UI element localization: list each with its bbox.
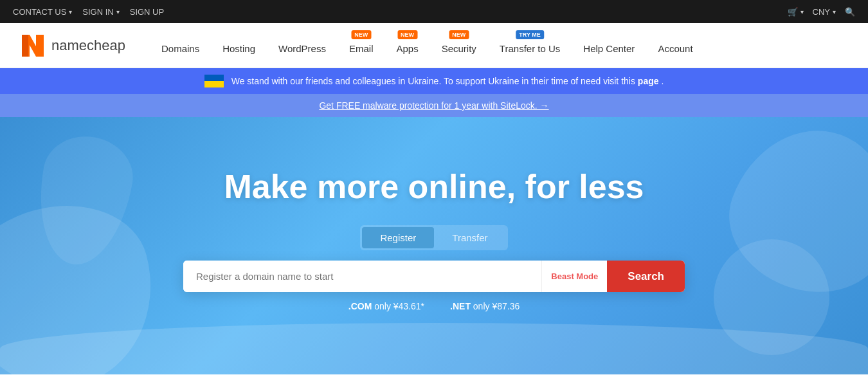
logo-icon [19, 32, 46, 59]
domain-prices: .COM only ¥43.61* .NET only ¥87.36 [348, 301, 520, 311]
svg-marker-1 [22, 35, 28, 57]
promo-link[interactable]: Get FREE malware protection for 1 year w… [319, 100, 548, 111]
transfer-tab[interactable]: Transfer [434, 227, 505, 248]
ukraine-page-link[interactable]: page [638, 76, 659, 86]
signin-chevron-icon: ▾ [116, 8, 120, 15]
flag-bottom [204, 81, 224, 87]
nav-item-hosting[interactable]: Hosting [212, 32, 266, 59]
transfer-tryme-badge: TRY ME [516, 30, 544, 39]
nav-item-wordpress[interactable]: WordPress [268, 32, 336, 59]
cart-chevron-icon: ▾ [800, 8, 804, 15]
topbar-right: 🛒 ▾ CNY ▾ 🔍 [788, 7, 855, 17]
nav-item-email[interactable]: NEW Email [339, 32, 384, 59]
sign-in-link[interactable]: SIGN IN ▾ [82, 7, 119, 17]
search-button[interactable]: Search [607, 261, 685, 292]
ukraine-flag [204, 75, 224, 87]
security-new-badge: NEW [449, 30, 469, 39]
contact-chevron-icon: ▾ [69, 8, 72, 15]
beast-mode-toggle[interactable]: Beast Mode [541, 261, 607, 292]
nav-links: Domains Hosting WordPress NEW Email NEW … [151, 32, 849, 59]
email-new-badge: NEW [351, 30, 371, 39]
register-tab[interactable]: Register [362, 227, 434, 248]
search-icon: 🔍 [845, 7, 855, 17]
domain-search-row: Beast Mode Search [183, 261, 685, 292]
currency-chevron-icon: ▾ [833, 8, 836, 15]
net-tld-link[interactable]: .NET [450, 301, 471, 311]
ukraine-banner: We stand with our friends and colleagues… [0, 68, 868, 94]
topbar-left: CONTACT US ▾ SIGN IN ▾ SIGN UP [13, 7, 164, 17]
currency-selector[interactable]: CNY ▾ [813, 7, 836, 17]
com-tld-link[interactable]: .COM [348, 301, 372, 311]
nav-item-account[interactable]: Account [647, 32, 703, 59]
nav-item-apps[interactable]: NEW Apps [386, 32, 428, 59]
com-price: .COM only ¥43.61* [348, 301, 424, 311]
flag-top [204, 75, 224, 81]
nav-item-transfer[interactable]: TRY ME Transfer to Us [489, 32, 570, 59]
cart-icon: 🛒 [788, 7, 798, 17]
sign-up-link[interactable]: SIGN UP [130, 7, 164, 17]
navbar: namecheap Domains Hosting WordPress NEW … [0, 23, 868, 68]
nav-item-domains[interactable]: Domains [151, 32, 210, 59]
contact-us-link[interactable]: CONTACT US ▾ [13, 7, 72, 17]
apps-new-badge: NEW [397, 30, 417, 39]
domain-tab-row: Register Transfer [360, 225, 507, 250]
domain-search-input[interactable] [183, 261, 541, 292]
net-price: .NET only ¥87.36 [450, 301, 520, 311]
hero-section: Make more online, for less Register Tran… [0, 117, 868, 374]
promo-bar: Get FREE malware protection for 1 year w… [0, 94, 868, 117]
hero-title: Make more online, for less [224, 167, 644, 206]
wave-decoration-right2 [714, 239, 829, 355]
cart-icon-link[interactable]: 🛒 ▾ [788, 7, 804, 17]
nav-item-security[interactable]: NEW Security [431, 32, 487, 59]
logo-text: namecheap [51, 37, 125, 54]
nav-item-helpcenter[interactable]: Help Center [573, 32, 645, 59]
search-icon-link[interactable]: 🔍 [845, 7, 855, 17]
topbar: CONTACT US ▾ SIGN IN ▾ SIGN UP 🛒 ▾ CNY ▾… [0, 0, 868, 23]
wave-decoration-left [28, 129, 140, 271]
logo[interactable]: namecheap [19, 32, 125, 59]
ukraine-text: We stand with our friends and colleagues… [231, 76, 664, 86]
